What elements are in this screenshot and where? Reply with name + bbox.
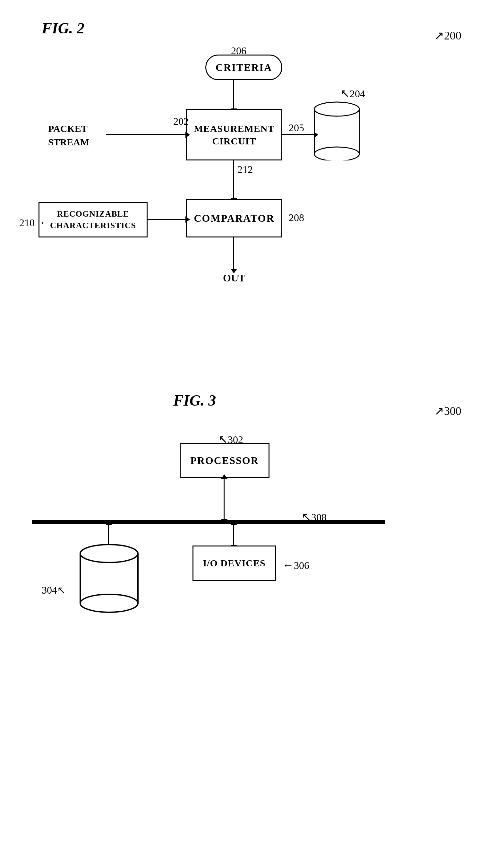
- fig2-title: FIG. 2: [42, 19, 85, 37]
- processor-box: PROCESSOR: [180, 443, 269, 478]
- ref-205: 205: [289, 122, 304, 134]
- svg-point-4: [80, 594, 138, 612]
- measurement-box: MEASUREMENT CIRCUIT: [186, 109, 282, 160]
- bus-line: [32, 520, 385, 524]
- arrow-meas-to-cyl: [282, 134, 315, 135]
- fig3-title: FIG. 3: [173, 392, 216, 409]
- arrow-bus-to-io: [233, 524, 234, 546]
- ref-204: ↖204: [340, 87, 365, 100]
- ref-200: ↗200: [434, 29, 461, 42]
- cylinder-204: [311, 96, 362, 160]
- ref-308: ↖308: [301, 510, 327, 524]
- arrow-comparator-to-out: [233, 238, 234, 270]
- arrow-packet-to-measurement: [106, 134, 186, 135]
- svg-point-2: [315, 102, 359, 116]
- ref-302: ↖302: [218, 433, 243, 446]
- svg-point-5: [80, 545, 138, 562]
- criteria-label: CRITERIA: [216, 62, 272, 73]
- criteria-box: CRITERIA: [205, 55, 282, 80]
- recognizable-characteristics-box: RECOGNIZABLECHARACTERISTICS: [38, 202, 148, 238]
- comparator-box: COMPARATOR: [186, 199, 282, 238]
- ref-300: ↗300: [434, 404, 461, 418]
- ref-210: 210→: [19, 216, 46, 229]
- recognizable-label: RECOGNIZABLECHARACTERISTICS: [50, 208, 136, 232]
- arrow-recognizable-to-comparator: [148, 219, 186, 220]
- ref-208: 208: [289, 212, 304, 224]
- ref-206: 206: [231, 45, 247, 57]
- arrow-criteria-to-measurement: [233, 80, 234, 109]
- measurement-label: MEASUREMENT CIRCUIT: [194, 122, 274, 147]
- ref-202: 202: [173, 116, 189, 127]
- out-label: OUT: [223, 272, 245, 284]
- page: FIG. 2 ↗200 CRITERIA 206 MEASUREMENT CIR…: [0, 0, 487, 868]
- ref-212: 212: [237, 164, 253, 176]
- io-devices-label: I/O DEVICES: [203, 558, 265, 568]
- io-devices-box: I/O DEVICES: [193, 546, 276, 581]
- ref-304: 304↖: [42, 584, 66, 596]
- ref-306: ←306: [282, 558, 309, 572]
- cylinder-304: [74, 539, 144, 613]
- comparator-label: COMPARATOR: [194, 212, 274, 224]
- packet-stream-label: PACKETSTREAM: [48, 122, 89, 149]
- arrow-processor-to-bus: [224, 478, 225, 520]
- svg-point-1: [315, 147, 359, 160]
- processor-label: PROCESSOR: [190, 455, 259, 467]
- arrow-measurement-to-comparator: [233, 160, 234, 199]
